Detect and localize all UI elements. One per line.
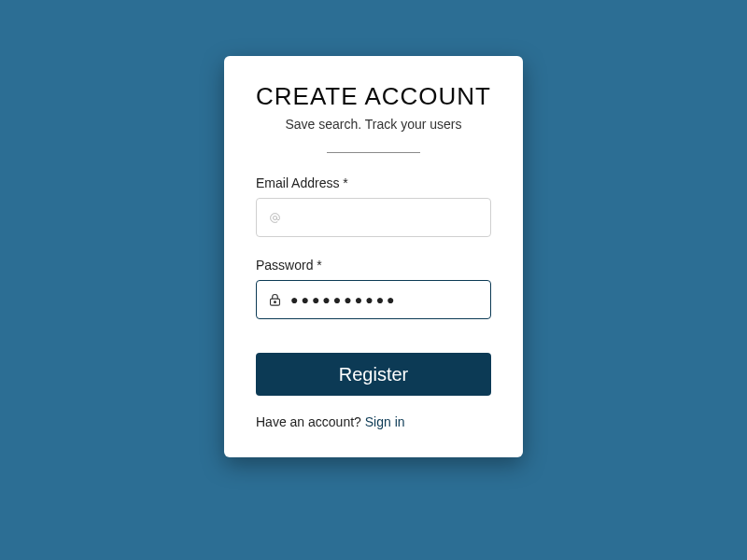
signin-prompt: Have an account?	[256, 414, 365, 429]
email-label: Email Address *	[256, 175, 491, 190]
signin-link[interactable]: Sign in	[365, 414, 405, 429]
password-input-wrap[interactable]: ●●●●●●●●●●	[256, 280, 491, 319]
card-title: CREATE ACCOUNT	[256, 82, 491, 111]
email-input-wrap[interactable]	[256, 198, 491, 237]
register-button[interactable]: Register	[256, 353, 491, 396]
at-icon	[266, 209, 283, 226]
card-subtitle: Save search. Track your users	[256, 117, 491, 132]
lock-icon	[266, 291, 283, 308]
signin-row: Have an account? Sign in	[256, 414, 491, 429]
divider	[327, 152, 420, 153]
email-input[interactable]	[283, 210, 481, 225]
register-card: CREATE ACCOUNT Save search. Track your u…	[224, 56, 523, 457]
password-mask: ●●●●●●●●●●	[283, 292, 398, 307]
svg-point-2	[274, 301, 275, 302]
svg-point-0	[273, 216, 276, 219]
password-label: Password *	[256, 258, 491, 273]
